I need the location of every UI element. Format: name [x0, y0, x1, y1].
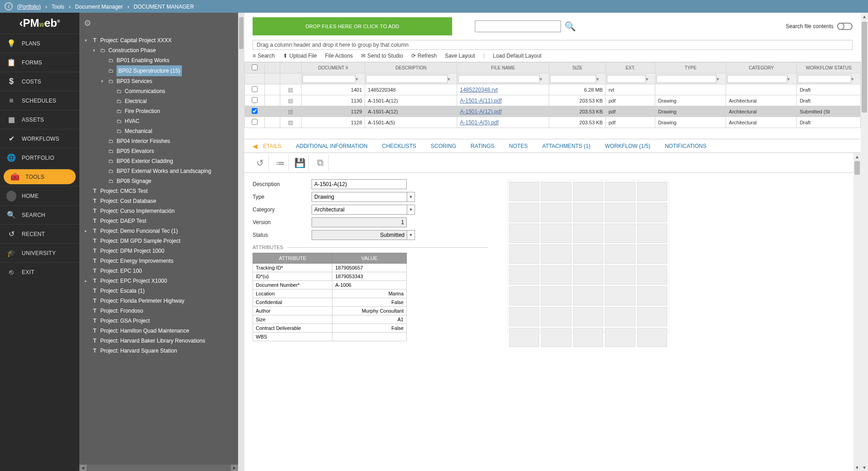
tree-node[interactable]: 🗀BP08 Signage — [82, 176, 236, 186]
file-link[interactable]: 1485220348.rvt — [460, 87, 497, 93]
file-link[interactable]: A-1501-A(12).pdf — [460, 108, 502, 115]
tree-node[interactable]: ▾🗀BP03 Services — [82, 76, 236, 86]
type-input[interactable] — [312, 192, 407, 202]
tree-node[interactable]: 🗀BP01 Enabling Works — [82, 55, 236, 65]
tree-node[interactable]: ▸TProject: EPC Project X1000 — [82, 276, 236, 286]
filter-icon[interactable]: ▾ — [540, 76, 546, 83]
filter-icon[interactable]: ▾ — [596, 76, 603, 83]
col-header[interactable] — [264, 63, 280, 74]
tree-node[interactable]: 🗀BP07 External Works and Landscaping — [82, 166, 236, 176]
tab-checklists[interactable]: CHECKLISTS — [382, 143, 416, 149]
breadcrumb-1[interactable]: Tools — [52, 4, 64, 10]
scroll-up-icon[interactable]: ▲ — [861, 13, 868, 20]
tree-node[interactable]: TProject: EPC 100 — [82, 266, 236, 276]
tab-details[interactable]: ETAILS — [263, 143, 281, 149]
col-header[interactable] — [245, 63, 265, 74]
col-header[interactable]: CATEGORY — [726, 63, 797, 74]
row-checkbox[interactable] — [252, 119, 258, 125]
column-filter-input[interactable] — [607, 75, 646, 83]
nav-home[interactable]: HOME — [0, 186, 79, 205]
col-header[interactable]: TYPE — [655, 63, 726, 74]
row-checkbox[interactable] — [252, 108, 258, 114]
col-header[interactable]: WORKFLOW STATUS — [797, 63, 861, 74]
tree-node[interactable]: 🗀BP06 Exterior Cladding — [82, 156, 236, 166]
col-header[interactable]: DESCRIPTION — [365, 63, 457, 74]
col-header[interactable]: FILE NAME — [457, 63, 549, 74]
scroll-right-icon[interactable]: ► — [231, 465, 238, 471]
tree-node[interactable]: TProject: Cost Database — [82, 196, 236, 206]
breadcrumb-root[interactable]: (Portfolio) — [17, 4, 41, 10]
expand-arrow-icon[interactable]: ▾ — [93, 45, 98, 55]
category-input[interactable] — [312, 205, 407, 215]
column-filter-input[interactable] — [727, 75, 787, 83]
col-header[interactable]: SIZE — [549, 63, 606, 74]
scroll-up-icon[interactable]: ▲ — [853, 153, 861, 160]
save-icon[interactable]: 💾 — [292, 155, 309, 171]
tree-node[interactable]: 🗀Mechanical — [82, 126, 236, 136]
tab-ratings[interactable]: RATINGS — [471, 143, 494, 149]
search-icon[interactable]: 🔍 — [565, 21, 576, 32]
tree-node[interactable]: 🗀Communications — [82, 86, 236, 96]
column-filter-input[interactable] — [366, 75, 448, 83]
tree-node[interactable]: TProject: DAEP Test — [82, 216, 236, 226]
tab-scoring[interactable]: SCORING — [431, 143, 456, 149]
nav-plans[interactable]: 💡PLANS — [0, 34, 79, 53]
tree-node[interactable]: TProject: Hamilton Quad Maintenance — [82, 326, 236, 336]
column-filter-input[interactable] — [550, 75, 596, 83]
tree-node[interactable]: TProject: Florida Perimeter Highway — [82, 296, 236, 306]
tree-node[interactable]: TProject: DM GPD Sample Project — [82, 236, 236, 246]
logo[interactable]: ‹PMWeb® — [0, 13, 79, 34]
breadcrumb-2[interactable]: Document Manager — [75, 4, 123, 10]
tree-node[interactable]: TProject: DPM Project 1000 — [82, 246, 236, 256]
table-row[interactable]: ▤1128A-1501-A(5)A-1501-A(5).pdf203.53 KB… — [245, 117, 861, 128]
content-vertical-scrollbar[interactable]: ▲ ▼ — [861, 13, 868, 471]
list-settings-icon[interactable]: ≔ — [272, 155, 289, 171]
expand-arrow-icon[interactable]: ▸ — [85, 276, 89, 286]
filter-icon[interactable]: ▾ — [356, 76, 362, 83]
nav-tools[interactable]: 🧰TOOLS — [4, 169, 76, 184]
detail-vertical-scrollbar[interactable]: ▲ ▼ — [853, 153, 861, 471]
send-to-studio-button[interactable]: ✉Send to Studio — [361, 53, 403, 59]
column-filter-input[interactable] — [798, 75, 851, 83]
nav-workflows[interactable]: ✔WORKFLOWS — [0, 129, 79, 148]
filter-icon[interactable]: ▾ — [787, 76, 794, 83]
tab-notifications[interactable]: NOTIFICATIONS — [665, 143, 707, 149]
status-input[interactable] — [312, 230, 407, 240]
filter-icon[interactable]: ▾ — [448, 76, 454, 83]
nav-costs[interactable]: $COSTS — [0, 72, 79, 91]
file-link[interactable]: A-1501-A(11).pdf — [460, 98, 502, 104]
scroll-down-icon[interactable]: ▼ — [853, 464, 861, 471]
filter-sliders-icon[interactable]: ⚙ — [84, 18, 91, 28]
tree-node[interactable]: TProject: Harvard Square Station — [82, 346, 236, 356]
filter-icon[interactable]: ▾ — [646, 76, 652, 83]
table-row[interactable]: ▤1129A-1501-A(12)A-1501-A(12).pdf203.53 … — [245, 106, 861, 117]
tab-attachments-1-[interactable]: ATTACHMENTS (1) — [542, 143, 590, 149]
row-checkbox[interactable] — [252, 97, 258, 103]
tree-node[interactable]: TProject: Curso Implementación — [82, 206, 236, 216]
column-filter-input[interactable] — [656, 75, 717, 83]
search-contents-toggle[interactable] — [837, 23, 853, 30]
tab-additional-information[interactable]: ADDITIONAL INFORMATION — [296, 143, 367, 149]
document-preview[interactable] — [507, 179, 670, 334]
tree-node[interactable]: 🗀BP05 Elevators — [82, 146, 236, 156]
documents-grid[interactable]: DOCUMENT #DESCRIPTIONFILE NAMESIZEEXT.TY… — [244, 62, 861, 128]
chevron-down-icon[interactable]: ▼ — [407, 230, 415, 240]
col-header[interactable]: EXT. — [605, 63, 655, 74]
tree-node[interactable]: 🗀BP02 Superstructure (15) — [82, 65, 236, 76]
expand-arrow-icon[interactable]: ▾ — [85, 35, 89, 45]
expand-arrow-icon[interactable]: ▸ — [85, 226, 89, 236]
tree-horizontal-scrollbar[interactable]: ◄ ► — [79, 465, 238, 471]
nav-portfolio[interactable]: 🌐PORTFOLIO — [0, 148, 79, 167]
filter-icon[interactable]: ▾ — [717, 76, 723, 83]
column-filter-input[interactable] — [302, 75, 356, 83]
tree-node[interactable]: ▾TProject: Capital Project XXXX — [82, 35, 236, 45]
expand-arrow-icon[interactable]: ▾ — [101, 76, 106, 86]
tree-node[interactable]: TProject: Escala (1) — [82, 286, 236, 296]
tree-node[interactable]: 🗀Fire Protection — [82, 106, 236, 116]
column-filter-input[interactable] — [458, 75, 540, 83]
dropzone[interactable]: DROP FILES HERE OR CLICK TO ADD — [253, 17, 452, 35]
tree-node[interactable]: 🗀Electrical — [82, 96, 236, 106]
open-external-icon[interactable]: ⧉ — [312, 155, 329, 171]
grid-search-button[interactable]: ≡Search — [253, 53, 275, 59]
scroll-left-icon[interactable]: ◄ — [79, 465, 87, 471]
